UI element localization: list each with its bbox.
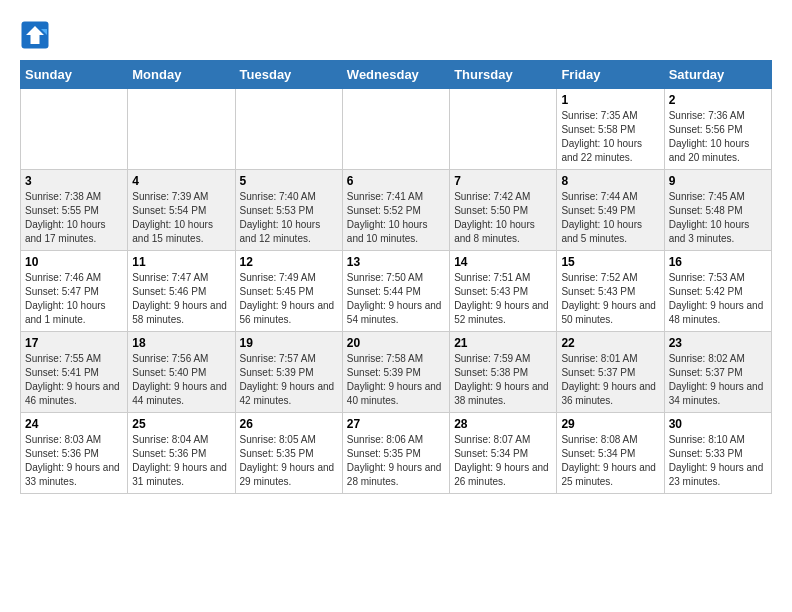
day-cell: 12Sunrise: 7:49 AM Sunset: 5:45 PM Dayli… [235, 251, 342, 332]
page-header [20, 20, 772, 50]
day-cell: 21Sunrise: 7:59 AM Sunset: 5:38 PM Dayli… [450, 332, 557, 413]
day-header-wednesday: Wednesday [342, 61, 449, 89]
day-info: Sunrise: 7:55 AM Sunset: 5:41 PM Dayligh… [25, 352, 123, 408]
day-header-tuesday: Tuesday [235, 61, 342, 89]
day-info: Sunrise: 7:38 AM Sunset: 5:55 PM Dayligh… [25, 190, 123, 246]
day-number: 28 [454, 417, 552, 431]
day-cell: 6Sunrise: 7:41 AM Sunset: 5:52 PM Daylig… [342, 170, 449, 251]
day-info: Sunrise: 7:53 AM Sunset: 5:42 PM Dayligh… [669, 271, 767, 327]
day-info: Sunrise: 8:07 AM Sunset: 5:34 PM Dayligh… [454, 433, 552, 489]
day-info: Sunrise: 7:46 AM Sunset: 5:47 PM Dayligh… [25, 271, 123, 327]
day-cell: 8Sunrise: 7:44 AM Sunset: 5:49 PM Daylig… [557, 170, 664, 251]
day-info: Sunrise: 7:39 AM Sunset: 5:54 PM Dayligh… [132, 190, 230, 246]
day-cell: 28Sunrise: 8:07 AM Sunset: 5:34 PM Dayli… [450, 413, 557, 494]
day-info: Sunrise: 7:40 AM Sunset: 5:53 PM Dayligh… [240, 190, 338, 246]
day-cell: 10Sunrise: 7:46 AM Sunset: 5:47 PM Dayli… [21, 251, 128, 332]
day-header-saturday: Saturday [664, 61, 771, 89]
day-cell: 18Sunrise: 7:56 AM Sunset: 5:40 PM Dayli… [128, 332, 235, 413]
day-number: 29 [561, 417, 659, 431]
calendar-table: SundayMondayTuesdayWednesdayThursdayFrid… [20, 60, 772, 494]
day-info: Sunrise: 7:56 AM Sunset: 5:40 PM Dayligh… [132, 352, 230, 408]
day-header-friday: Friday [557, 61, 664, 89]
day-number: 15 [561, 255, 659, 269]
week-row-3: 10Sunrise: 7:46 AM Sunset: 5:47 PM Dayli… [21, 251, 772, 332]
days-header-row: SundayMondayTuesdayWednesdayThursdayFrid… [21, 61, 772, 89]
day-cell: 22Sunrise: 8:01 AM Sunset: 5:37 PM Dayli… [557, 332, 664, 413]
day-info: Sunrise: 7:45 AM Sunset: 5:48 PM Dayligh… [669, 190, 767, 246]
day-info: Sunrise: 8:06 AM Sunset: 5:35 PM Dayligh… [347, 433, 445, 489]
day-cell: 1Sunrise: 7:35 AM Sunset: 5:58 PM Daylig… [557, 89, 664, 170]
day-number: 23 [669, 336, 767, 350]
day-number: 11 [132, 255, 230, 269]
day-number: 2 [669, 93, 767, 107]
day-info: Sunrise: 8:03 AM Sunset: 5:36 PM Dayligh… [25, 433, 123, 489]
day-info: Sunrise: 7:57 AM Sunset: 5:39 PM Dayligh… [240, 352, 338, 408]
day-info: Sunrise: 7:44 AM Sunset: 5:49 PM Dayligh… [561, 190, 659, 246]
day-number: 30 [669, 417, 767, 431]
day-cell: 24Sunrise: 8:03 AM Sunset: 5:36 PM Dayli… [21, 413, 128, 494]
day-cell: 30Sunrise: 8:10 AM Sunset: 5:33 PM Dayli… [664, 413, 771, 494]
day-header-thursday: Thursday [450, 61, 557, 89]
day-number: 25 [132, 417, 230, 431]
day-number: 3 [25, 174, 123, 188]
day-info: Sunrise: 7:36 AM Sunset: 5:56 PM Dayligh… [669, 109, 767, 165]
day-number: 10 [25, 255, 123, 269]
day-cell: 5Sunrise: 7:40 AM Sunset: 5:53 PM Daylig… [235, 170, 342, 251]
day-cell: 25Sunrise: 8:04 AM Sunset: 5:36 PM Dayli… [128, 413, 235, 494]
day-info: Sunrise: 7:41 AM Sunset: 5:52 PM Dayligh… [347, 190, 445, 246]
day-number: 5 [240, 174, 338, 188]
day-number: 18 [132, 336, 230, 350]
day-cell: 17Sunrise: 7:55 AM Sunset: 5:41 PM Dayli… [21, 332, 128, 413]
day-cell: 27Sunrise: 8:06 AM Sunset: 5:35 PM Dayli… [342, 413, 449, 494]
day-info: Sunrise: 7:59 AM Sunset: 5:38 PM Dayligh… [454, 352, 552, 408]
day-cell [128, 89, 235, 170]
day-header-monday: Monday [128, 61, 235, 89]
day-number: 13 [347, 255, 445, 269]
day-info: Sunrise: 7:47 AM Sunset: 5:46 PM Dayligh… [132, 271, 230, 327]
day-info: Sunrise: 7:52 AM Sunset: 5:43 PM Dayligh… [561, 271, 659, 327]
day-number: 17 [25, 336, 123, 350]
day-info: Sunrise: 8:08 AM Sunset: 5:34 PM Dayligh… [561, 433, 659, 489]
day-cell: 4Sunrise: 7:39 AM Sunset: 5:54 PM Daylig… [128, 170, 235, 251]
day-number: 1 [561, 93, 659, 107]
day-number: 24 [25, 417, 123, 431]
day-cell: 15Sunrise: 7:52 AM Sunset: 5:43 PM Dayli… [557, 251, 664, 332]
day-number: 21 [454, 336, 552, 350]
day-info: Sunrise: 8:01 AM Sunset: 5:37 PM Dayligh… [561, 352, 659, 408]
day-cell: 3Sunrise: 7:38 AM Sunset: 5:55 PM Daylig… [21, 170, 128, 251]
day-number: 20 [347, 336, 445, 350]
day-number: 19 [240, 336, 338, 350]
week-row-1: 1Sunrise: 7:35 AM Sunset: 5:58 PM Daylig… [21, 89, 772, 170]
day-info: Sunrise: 7:51 AM Sunset: 5:43 PM Dayligh… [454, 271, 552, 327]
day-cell: 2Sunrise: 7:36 AM Sunset: 5:56 PM Daylig… [664, 89, 771, 170]
day-info: Sunrise: 8:05 AM Sunset: 5:35 PM Dayligh… [240, 433, 338, 489]
logo-icon [20, 20, 50, 50]
day-cell: 11Sunrise: 7:47 AM Sunset: 5:46 PM Dayli… [128, 251, 235, 332]
day-info: Sunrise: 8:02 AM Sunset: 5:37 PM Dayligh… [669, 352, 767, 408]
day-cell: 9Sunrise: 7:45 AM Sunset: 5:48 PM Daylig… [664, 170, 771, 251]
day-cell [450, 89, 557, 170]
day-number: 14 [454, 255, 552, 269]
day-number: 8 [561, 174, 659, 188]
day-info: Sunrise: 7:58 AM Sunset: 5:39 PM Dayligh… [347, 352, 445, 408]
day-info: Sunrise: 7:35 AM Sunset: 5:58 PM Dayligh… [561, 109, 659, 165]
day-number: 12 [240, 255, 338, 269]
day-cell: 20Sunrise: 7:58 AM Sunset: 5:39 PM Dayli… [342, 332, 449, 413]
day-number: 26 [240, 417, 338, 431]
week-row-5: 24Sunrise: 8:03 AM Sunset: 5:36 PM Dayli… [21, 413, 772, 494]
day-info: Sunrise: 7:42 AM Sunset: 5:50 PM Dayligh… [454, 190, 552, 246]
day-number: 6 [347, 174, 445, 188]
day-cell [342, 89, 449, 170]
week-row-2: 3Sunrise: 7:38 AM Sunset: 5:55 PM Daylig… [21, 170, 772, 251]
day-cell: 19Sunrise: 7:57 AM Sunset: 5:39 PM Dayli… [235, 332, 342, 413]
day-cell [21, 89, 128, 170]
day-cell: 7Sunrise: 7:42 AM Sunset: 5:50 PM Daylig… [450, 170, 557, 251]
day-cell [235, 89, 342, 170]
day-info: Sunrise: 7:50 AM Sunset: 5:44 PM Dayligh… [347, 271, 445, 327]
day-number: 27 [347, 417, 445, 431]
day-info: Sunrise: 8:10 AM Sunset: 5:33 PM Dayligh… [669, 433, 767, 489]
day-number: 7 [454, 174, 552, 188]
week-row-4: 17Sunrise: 7:55 AM Sunset: 5:41 PM Dayli… [21, 332, 772, 413]
day-cell: 29Sunrise: 8:08 AM Sunset: 5:34 PM Dayli… [557, 413, 664, 494]
day-cell: 13Sunrise: 7:50 AM Sunset: 5:44 PM Dayli… [342, 251, 449, 332]
